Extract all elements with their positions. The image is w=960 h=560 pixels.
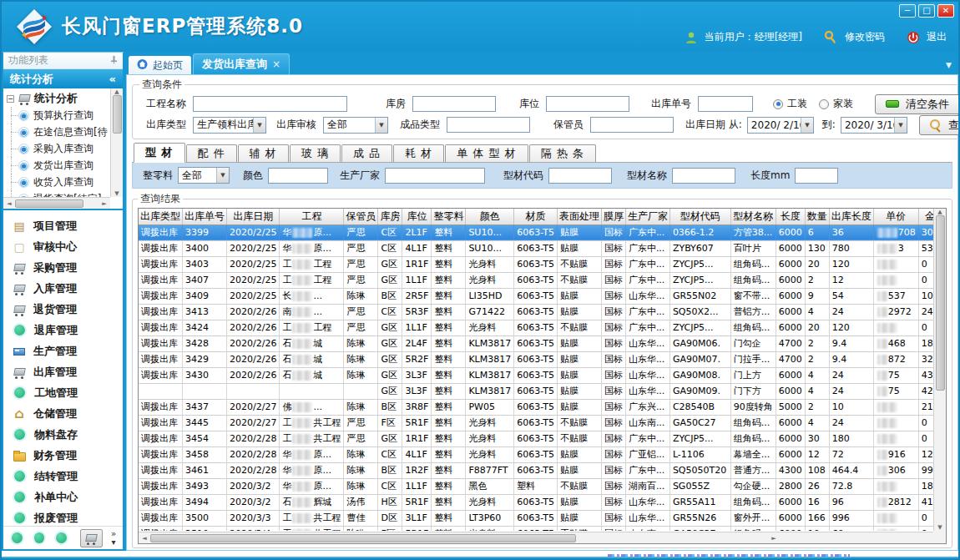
tree-item[interactable]: ◉在途信息查询[待 (3, 124, 110, 140)
sidebar-menu-item[interactable]: ▢审核中心 (3, 236, 123, 257)
audit-select[interactable]: 全部▼ (323, 117, 388, 134)
out-type-select[interactable]: 生产领料出库▼ (193, 117, 266, 134)
table-row[interactable]: 调拨出库34942020/3/2石辉城汤伟H区5R1F整料光身料6063-T5贴… (139, 494, 933, 510)
sidebar-menu-item[interactable]: 生产管理 (3, 341, 123, 361)
keeper-input[interactable] (590, 117, 674, 133)
table-row[interactable]: 调拨出库34932020/3/2华原...陈琳C区1L1F整料黑色塑料不贴膜国标… (139, 478, 933, 494)
sidebar-menu-item[interactable]: 物料盘存 (3, 424, 123, 445)
table-row[interactable]: 调拨出库35102020/3/4工共工程陈琳F区5R1F整料光身料6063-T5… (139, 526, 933, 531)
column-header[interactable]: 保管员 (344, 209, 378, 225)
tree-root[interactable]: − 统计分析 (3, 90, 110, 107)
column-header[interactable]: 金 (918, 209, 933, 225)
column-header[interactable]: 出库单号 (183, 209, 227, 225)
dot-icon[interactable] (56, 532, 67, 543)
grid-horizontal-scrollbar[interactable]: ◄► (139, 532, 933, 543)
warehouse-input[interactable] (412, 96, 496, 112)
whole-piece-select[interactable]: 全部▼ (178, 167, 230, 184)
column-header[interactable]: 工程 (280, 209, 344, 225)
table-row[interactable]: 调拨出库34292020/2/26石城陈琳G区5R2F整料KLM38176063… (139, 351, 933, 367)
color-input[interactable] (268, 168, 328, 184)
table-row[interactable]: 调拨出库34452020/2/27工共工程严思F区5R1F整料光身料6063-T… (139, 415, 933, 431)
table-row[interactable]: 调拨出库34372020/2/27佛...陈琳B区3R8F整料PW056063-… (139, 399, 933, 415)
minimize-button[interactable]: ─ (899, 4, 916, 18)
table-row[interactable]: 调拨出库34092020/2/25长...陈琳B区2R5F整料LI35HD606… (139, 288, 933, 304)
material-tab[interactable]: 隔 热 条 (529, 144, 596, 162)
tab-active[interactable]: 发货出库查询 × (193, 53, 290, 74)
date-to-picker[interactable]: 2020/ 3/16▼ (841, 117, 907, 134)
profile-name-input[interactable] (672, 168, 735, 184)
maximize-button[interactable]: □ (918, 4, 935, 18)
tree-item[interactable]: ◉采购入库查询 (3, 140, 110, 157)
sidebar-menu-item[interactable]: 入库管理 (3, 278, 123, 299)
column-header[interactable]: 出库类型 (139, 209, 183, 225)
collapse-icon[interactable]: « (109, 73, 116, 85)
manufacturer-input[interactable] (385, 168, 485, 184)
tab-list-dropdown-icon[interactable]: ▼ (946, 61, 952, 69)
tree-horizontal-scrollbar[interactable]: ◄► (3, 197, 110, 209)
dot-icon[interactable] (12, 532, 23, 543)
column-header[interactable]: 表面处理 (557, 209, 601, 225)
sidebar-menu-item[interactable]: ▤项目管理 (3, 215, 123, 236)
sidebar-menu-item[interactable]: 报废管理 (3, 507, 123, 526)
material-tab[interactable]: 辅 材 (238, 144, 289, 162)
table-row[interactable]: 调拨出库34612020/2/28华原...陈琳B区1R2F整料F8877FT6… (139, 462, 933, 478)
table-row[interactable]: G区3L3F整料KLM38176063-T5贴膜国标山东华...GA90M09.… (139, 383, 933, 399)
grid-vertical-scrollbar[interactable]: ▲▼ (933, 209, 946, 531)
home-decor-radio-label[interactable]: 家装 (833, 97, 853, 111)
pin-icon[interactable] (110, 55, 118, 67)
tree-item[interactable]: ◉收货入库查询 (3, 174, 110, 190)
column-header[interactable]: 长度 (776, 209, 805, 225)
column-header[interactable]: 出库长度 (829, 209, 873, 225)
change-password-link[interactable]: 修改密码 (845, 30, 885, 44)
material-tab[interactable]: 成 品 (341, 144, 392, 162)
material-tab[interactable]: 玻 璃 (290, 144, 341, 162)
table-row[interactable]: 调拨出库34542020/2/28工共工程严思G区1R1F整料光身料6063-T… (139, 431, 933, 446)
sidebar-menu-item[interactable]: 工地管理 (3, 382, 123, 403)
length-input[interactable] (795, 168, 838, 184)
sidebar-menu-item[interactable]: 退库管理 (3, 320, 123, 341)
location-input[interactable] (546, 96, 629, 112)
sidebar-section-header[interactable]: 统计分析 « (3, 69, 123, 88)
table-row[interactable]: 调拨出库34282020/2/26石城陈琳G区2L4F整料KLM38176063… (139, 335, 933, 351)
column-header[interactable]: 库位 (402, 209, 432, 225)
cart-shortcut-button[interactable] (80, 529, 103, 547)
tree-expand-icon[interactable]: − (7, 95, 14, 103)
sidebar-menu-item[interactable]: 采购管理 (3, 257, 123, 278)
home-decor-radio[interactable] (819, 99, 829, 109)
column-header[interactable]: 单价 (873, 209, 918, 225)
tree-item[interactable]: ◉发货出库查询 (3, 157, 110, 174)
date-from-picker[interactable]: 2020/ 2/16▼ (747, 117, 814, 134)
column-header[interactable]: 数量 (805, 209, 829, 225)
product-type-input[interactable] (447, 117, 530, 133)
sidebar-menu-item[interactable]: 出库管理 (3, 361, 123, 382)
clear-conditions-button[interactable]: 清空条件 (875, 94, 960, 114)
sidebar-menu-item[interactable]: 退货管理 (3, 299, 123, 320)
industrial-radio-label[interactable]: 工装 (787, 97, 807, 111)
close-button[interactable]: ✕ (937, 4, 954, 18)
sidebar-menu-item[interactable]: 财务管理 (3, 445, 123, 466)
tab-home[interactable]: 起始页 (129, 56, 191, 74)
column-header[interactable]: 型材代码 (669, 209, 730, 225)
dot-icon[interactable] (34, 532, 45, 543)
column-header[interactable]: 生产厂家 (625, 209, 669, 225)
column-header[interactable]: 型材名称 (730, 209, 776, 225)
tree-item[interactable]: ◉预算执行查询 (3, 107, 110, 124)
table-row[interactable]: 调拨出库33992020/2/25华原...严思C区2L1F整料SU10...6… (139, 225, 933, 240)
column-header[interactable]: 膜厚 (601, 209, 625, 225)
order-no-input[interactable] (698, 96, 753, 112)
table-row[interactable]: 调拨出库34242020/2/26工工程严思G区1L1F整料光身料6063-T5… (139, 320, 933, 335)
table-row[interactable]: 调拨出库34132020/2/26南...严思C区5R3F整料G71422606… (139, 304, 933, 320)
sidebar-menu-item[interactable]: 补单中心 (3, 487, 123, 507)
table-row[interactable]: 调拨出库34032020/2/25工工程严思G区1R1F整料光身料6063-T5… (139, 256, 933, 272)
tree-item[interactable]: ◉退货查询[待定] (3, 190, 110, 197)
sidebar-menu-item[interactable]: ⌂仓储管理 (3, 403, 123, 424)
table-row[interactable]: 调拨出库34002020/2/25华原...严思C区4L1F整料SU10...6… (139, 240, 933, 256)
column-header[interactable]: 材质 (514, 209, 558, 225)
logout-link[interactable]: 退出 (927, 30, 947, 44)
material-tab[interactable]: 型 材 (134, 143, 185, 163)
column-header[interactable]: 库房 (378, 209, 402, 225)
profile-code-input[interactable] (548, 168, 612, 184)
material-tab[interactable]: 配 件 (186, 144, 237, 162)
table-row[interactable]: 调拨出库34582020/2/28华原...陈琳C区4L1F整料光身料6063-… (139, 446, 933, 462)
project-name-input[interactable] (193, 96, 347, 112)
